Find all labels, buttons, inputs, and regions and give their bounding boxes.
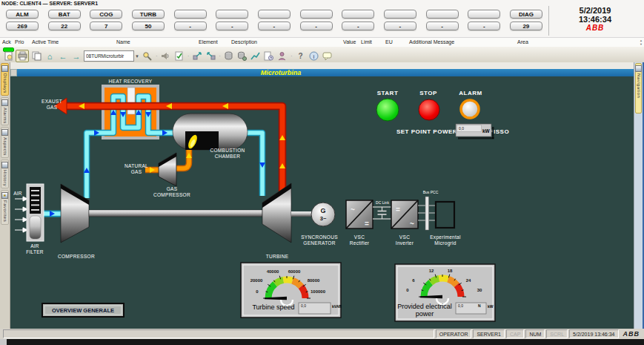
user-icon[interactable] (276, 50, 288, 62)
alarm-group-spare[interactable] (342, 10, 374, 19)
combustion-chamber (173, 114, 248, 150)
alarm-label: ALARM (459, 90, 482, 96)
air-inlet-arrows (15, 197, 27, 232)
acknowledge-icon[interactable] (173, 50, 185, 62)
svg-text:18: 18 (448, 269, 453, 273)
favorites-star-icon: ★ (1, 192, 8, 199)
svg-text:FILTER: FILTER (26, 249, 44, 254)
status-scrolllock: SCRL (546, 329, 568, 338)
alarm-count-spare[interactable]: - (384, 22, 416, 30)
alarm-count-spare[interactable]: - (342, 22, 374, 30)
svg-text:Inverter: Inverter (396, 240, 414, 246)
report-icon[interactable] (263, 50, 275, 62)
svg-text:VSC: VSC (354, 234, 365, 240)
status-datetime: 5/2/2019 13:46:34 (569, 329, 618, 338)
back-icon[interactable]: ← (57, 50, 69, 62)
alarm-group-alm[interactable]: ALM (6, 10, 39, 19)
svg-text:CHAMBER: CHAMBER (215, 154, 241, 159)
tab-aspects[interactable]: Aspects (1, 127, 9, 158)
svg-text:~: ~ (410, 220, 414, 228)
alarm-count-spare[interactable]: - (300, 22, 333, 30)
stop-label: STOP (419, 90, 437, 96)
alarm-count-spare[interactable]: - (468, 22, 500, 30)
copy-icon[interactable] (30, 50, 42, 62)
feedback-icon[interactable] (322, 50, 333, 62)
audio-message-icon[interactable] (160, 50, 172, 62)
alarm-count-turb[interactable]: 50 (132, 22, 165, 30)
col-description: Description (231, 39, 257, 45)
find-icon[interactable] (142, 50, 153, 62)
home-icon[interactable]: ⌂ (44, 50, 56, 62)
svg-text:Microgrid: Microgrid (434, 240, 457, 246)
alarm-group-spare[interactable] (216, 10, 248, 19)
scroll-corner[interactable] (10, 69, 17, 76)
dc-link (373, 207, 391, 219)
start-button[interactable] (376, 99, 399, 121)
left-tool-strip: Displays Alarms Aspects History ★Favorit… (0, 62, 10, 329)
help-icon[interactable]: ? (295, 50, 307, 62)
air-filter (27, 184, 44, 241)
tab-favorites[interactable]: ★Favorites (1, 190, 9, 224)
alarm-count-spare[interactable]: - (426, 22, 459, 30)
svg-text:OVERVIEW GENERALE: OVERVIEW GENERALE (52, 307, 114, 314)
alarm-count-cog[interactable]: 7 (90, 22, 122, 30)
print-preview-icon[interactable] (2, 50, 14, 62)
svg-text:TURBINE: TURBINE (266, 254, 289, 259)
col-ack: Ack (2, 39, 11, 45)
display-selector-input[interactable] (84, 50, 134, 62)
reference-target-icon[interactable] (205, 50, 216, 62)
database-icon[interactable] (223, 50, 235, 62)
alarm-group-diag[interactable]: DIAG (510, 10, 542, 19)
alarm-count-spare[interactable]: - (216, 22, 248, 30)
tab-history[interactable]: History (1, 160, 9, 188)
tab-alarms[interactable]: Alarms (1, 97, 9, 126)
tab-displays[interactable]: Displays (1, 63, 9, 96)
reference-icon[interactable] (191, 50, 203, 62)
svg-text:COMPRESSOR: COMPRESSOR (58, 254, 95, 259)
alarm-group-cog[interactable]: COG (90, 10, 122, 19)
alarm-count-spare[interactable]: - (258, 22, 291, 30)
selector-dropdown-icon[interactable]: ▼ (135, 54, 139, 59)
svg-text:AIR: AIR (13, 191, 22, 196)
alarm-indicator[interactable] (461, 100, 479, 118)
alarm-group-spare[interactable] (426, 10, 459, 19)
alarm-count-alm[interactable]: 269 (6, 22, 39, 30)
forward-icon[interactable]: → (70, 50, 82, 62)
alarms-icon (1, 99, 8, 106)
trend-icon[interactable] (250, 50, 262, 62)
stop-button[interactable] (419, 99, 439, 120)
status-bar: OPERATOR SERVER1 CAP NUM SCRL 5/2/2019 1… (0, 329, 644, 339)
alarm-group-spare[interactable] (258, 10, 291, 19)
svg-text:GAS: GAS (167, 186, 178, 191)
toolbar: ⌂ ← → ▼ · · · · ? i (0, 47, 644, 63)
setpoint-field[interactable]: 0,0 kW (456, 124, 494, 139)
scrollbar-arrows[interactable]: ▲▼ (640, 39, 643, 46)
svg-text:power: power (416, 310, 434, 318)
alarm-group-bat[interactable]: BAT (48, 10, 81, 19)
heat-recovery-label: HEAT RECOVERY (109, 79, 153, 84)
tab-navigation[interactable]: Navigation (635, 63, 642, 114)
alarm-group-turb[interactable]: TURB (132, 10, 165, 19)
col-additional-message: Additional Message (409, 39, 454, 45)
top-alarm-bar: NODE: CLIENT4 — SERVER: SERVER1 ALM269 B… (0, 0, 644, 37)
alarm-list-header: Ack Prio Active Time Name Element Descri… (0, 37, 644, 47)
svg-text:NATURAL: NATURAL (125, 163, 148, 168)
alarm-count-bat[interactable]: 22 (48, 22, 81, 30)
alarm-group-spare[interactable] (300, 10, 333, 19)
gauge-unit: kW (488, 304, 494, 309)
vsc-inverter: = ~ (391, 200, 418, 229)
alarm-group-spare[interactable] (468, 10, 500, 19)
alarm-group-spare[interactable] (384, 10, 416, 19)
col-value: Value (343, 39, 356, 45)
status-message-area (3, 329, 434, 338)
info-icon[interactable]: i (308, 50, 320, 62)
overview-generale-button[interactable]: OVERVIEW GENERALE (42, 303, 124, 317)
alarm-count-diag[interactable]: 29 (510, 22, 542, 30)
alarm-count-spare[interactable]: - (174, 22, 207, 30)
database-config-icon[interactable] (236, 50, 248, 62)
alarm-group-spare[interactable] (174, 10, 207, 19)
print-icon[interactable] (16, 50, 29, 62)
gauge-unit: kVAR (332, 304, 342, 309)
status-operator: OPERATOR (436, 329, 472, 338)
col-name: Name (116, 39, 130, 45)
